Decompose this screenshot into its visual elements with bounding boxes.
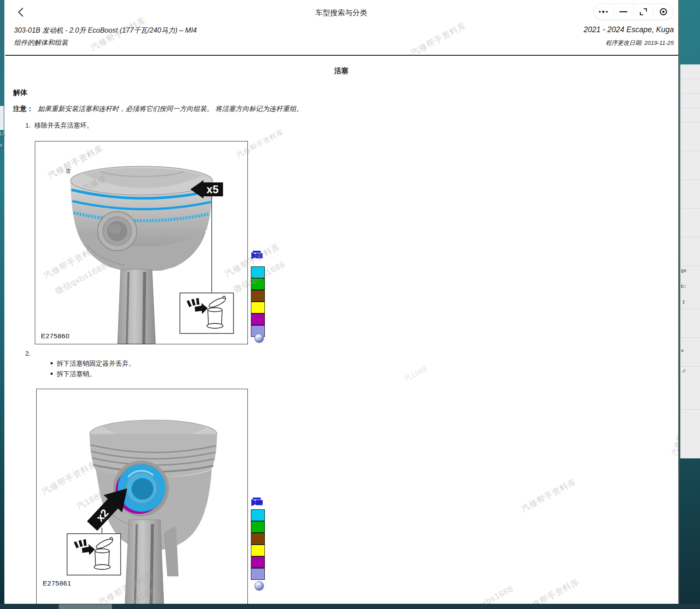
background-window-sliver: ge b: I ≡ ◿ [680,64,700,458]
note-label: 注意： [13,105,34,112]
doc-title-line2: 组件的解体和组装 [14,38,68,47]
section-heading: 解体 [13,88,27,98]
step-2-bullet-1: 拆下活塞销固定器并丢弃。 [51,360,135,368]
legend-color-column-2 [251,509,265,580]
step-2-number: 2. [25,350,31,357]
video-button[interactable] [251,498,264,507]
figure-id-label: E275860 [41,332,70,340]
step-2-bullet-2: 拆下活塞销。 [51,370,96,378]
doc-title-line1: 303-01B 发动机 - 2.0升 EcoBoost (177千瓦/240马力… [14,26,197,35]
desktop-file-icon[interactable] [0,106,4,130]
target-dot-icon [659,7,668,17]
legend-swatch-yellow[interactable] [251,302,265,313]
background-text-fragment: b: [681,284,686,289]
step-1: 1. 移除并丢弃活塞环。 [25,121,93,130]
question-mark-ball-icon: ? [257,335,261,342]
page-title: 活塞 [4,66,678,76]
legend-swatch-magenta[interactable] [251,313,265,325]
page-header-title: 车型搜索与分类 [4,8,678,18]
piston-pin-illustration: x2 [37,389,247,604]
note-text: 如果重新安装活塞和连杆时，必须将它们按同一方向组装。 将活塞方向标记为连杆重组。 [38,105,303,112]
background-text-fragment: ≡ [681,348,684,353]
restore-icon [639,7,648,17]
desktop-icon-label: x [0,143,2,148]
step-1-text: 移除并丢弃活塞环。 [34,121,93,129]
figure1-callout: x5 [206,183,219,195]
legend-swatch-green[interactable] [251,278,265,290]
header-divider [5,55,678,56]
step-2: 2. [25,350,31,357]
background-text-fragment: ◿ [682,367,685,373]
watermark-artifact: 攻 [65,167,71,175]
figure-id-label: E275861 [43,579,71,587]
step-2-bullet-1-text: 拆下活塞销固定器并丢弃。 [57,360,135,367]
video-camera-icon [251,251,264,260]
vehicle-range: 2021 - 2024 Escape, Kuga [584,25,674,34]
desktop-icon-label: LS [0,131,5,136]
restore-button[interactable] [633,4,653,20]
bullet-icon [51,373,53,375]
taskbar-segment[interactable] [59,604,112,609]
note-line: 注意： 如果重新安装活塞和连杆时，必须将它们按同一方向组装。 将活塞方向标记为连… [13,104,303,114]
legend-swatch-cyan[interactable] [251,266,265,278]
back-button[interactable] [16,7,27,18]
minimize-button[interactable] [613,4,633,20]
legend-color-column-1 [251,266,265,337]
legend-swatch-brown[interactable] [251,533,265,545]
question-mark-ball-icon: ? [257,583,261,589]
figure-piston-pin: x2 E275861 [36,389,248,604]
legend-swatch-lavender[interactable] [251,568,265,580]
video-button[interactable] [251,251,264,260]
legend-swatch-cyan[interactable] [251,509,265,521]
minimize-icon [619,7,628,17]
more-dots-icon [598,7,609,17]
chevron-left-icon [16,7,27,18]
window-controls-pill [593,3,673,20]
help-button[interactable]: ? [254,333,264,343]
bullet-icon [51,362,53,364]
legend-swatch-magenta[interactable] [251,556,265,568]
legend-swatch-brown[interactable] [251,290,265,302]
desktop-background-left: LS x [0,0,4,609]
revision-date: 程序更改日期: 2019-11-25 [605,39,674,47]
help-button[interactable]: ? [254,581,264,591]
screen: 车型搜索与分类 [0,0,700,609]
quit-button[interactable] [653,4,673,20]
video-camera-icon [251,498,264,507]
step-1-number: 1. [25,121,31,129]
legend-swatch-yellow[interactable] [251,545,265,556]
step-2-bullet-2-text: 拆下活塞销。 [57,370,96,377]
app-window: 车型搜索与分类 [4,0,678,604]
window-edge [678,0,679,604]
legend-swatch-green[interactable] [251,521,265,533]
more-options-button[interactable] [594,4,613,20]
background-text-fragment: ge [681,268,686,273]
background-text-fragment: I [682,299,685,305]
